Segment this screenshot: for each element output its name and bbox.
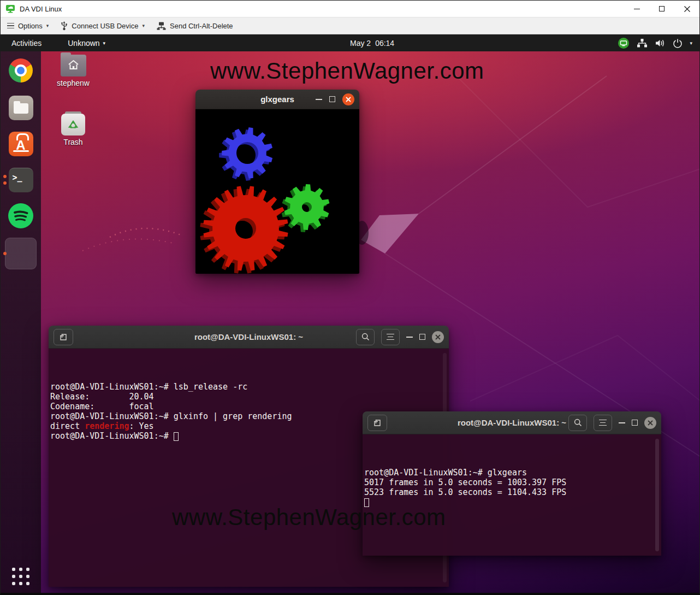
close-icon [648, 420, 653, 426]
dock-item-chrome[interactable] [1, 51, 41, 90]
vdi-toolbar: Options ▾ Connect USB Device ▾ [1, 17, 699, 34]
screen-share-icon[interactable] [618, 37, 630, 49]
maximize-button[interactable] [632, 420, 638, 426]
system-menu-chevron-icon[interactable]: ▾ [690, 40, 692, 46]
new-tab-button[interactable] [54, 329, 73, 345]
watermark-top: www.StephenWagner.com [210, 58, 484, 84]
terminal-window-2: root@DA-VDI-LinuxWS01: ~ [363, 411, 661, 556]
desktop-icon-label: Trash [50, 138, 97, 146]
hamburger-icon [7, 23, 14, 29]
close-button[interactable] [644, 417, 656, 429]
dock: A >_ [1, 51, 41, 593]
red-gear [203, 186, 288, 270]
chevron-down-icon: ▾ [142, 23, 145, 28]
desktop-icon-home[interactable]: stephenw [50, 55, 97, 87]
terminal-line: Codename: focal [50, 402, 441, 411]
recycle-icon [67, 119, 80, 131]
new-tab-button[interactable] [367, 415, 387, 431]
watermark-bottom: www.StephenWagner.com [172, 504, 446, 531]
menu-icon [387, 334, 394, 340]
new-tab-icon [59, 333, 68, 341]
search-icon [574, 419, 582, 427]
close-button[interactable] [674, 1, 699, 17]
maximize-button[interactable] [419, 334, 425, 340]
terminal-icon: >_ [9, 168, 33, 192]
clock-time: 06:14 [375, 39, 394, 48]
glxgears-titlebar[interactable]: glxgears [195, 90, 359, 109]
connect-usb-menu-button[interactable]: Connect USB Device ▾ [61, 21, 145, 31]
usb-icon [61, 21, 68, 31]
close-button[interactable] [432, 331, 444, 343]
ubuntu-software-icon: A [9, 132, 33, 156]
dock-item-spotify[interactable] [1, 198, 41, 234]
chevron-down-icon: ▾ [46, 23, 49, 28]
volume-icon[interactable] [655, 38, 666, 48]
vdi-title: DA VDI Linux [20, 5, 62, 13]
chevron-down-icon: ▾ [103, 40, 106, 46]
show-applications-button[interactable] [12, 568, 29, 585]
activities-button[interactable]: Activities [6, 39, 47, 48]
terminal-line: Release: 20.04 [50, 392, 441, 402]
vdi-app-icon [5, 4, 15, 13]
dock-item-focused-app[interactable] [1, 234, 41, 273]
network-wired-icon[interactable] [637, 38, 648, 48]
maximize-button[interactable] [329, 96, 335, 102]
app-menu-button[interactable]: Unknown ▾ [68, 39, 105, 48]
clock-date: May 2 [350, 39, 371, 48]
home-icon [68, 60, 79, 70]
dock-item-terminal[interactable]: >_ [1, 162, 41, 198]
gnome-topbar: Activities Unknown ▾ May 2 06:14 [1, 34, 699, 51]
files-icon [9, 96, 33, 120]
options-label: Options [18, 22, 43, 30]
app-menu-label: Unknown [68, 39, 99, 48]
terminal-line: 5017 frames in 5.0 seconds = 1003.397 FP… [364, 478, 654, 487]
maximize-button[interactable] [649, 1, 674, 17]
desktop-icon-trash[interactable]: Trash [50, 111, 97, 146]
dock-item-files[interactable] [1, 90, 41, 126]
terminal-cursor [174, 432, 179, 441]
menu-button[interactable] [594, 415, 612, 431]
close-icon [346, 97, 351, 102]
glxgears-window: glxgears [195, 90, 359, 274]
running-indicator-dot [3, 181, 7, 185]
desktop-icon-label: stephenw [50, 79, 97, 87]
menu-icon [599, 420, 607, 426]
terminal-line: root@DA-VDI-LinuxWS01:~# lsb_release -rc [50, 382, 441, 392]
minimize-button[interactable] [316, 99, 322, 100]
desktop: A >_ [1, 51, 699, 593]
vdi-client-window: DA VDI Linux Options ▾ [0, 0, 700, 595]
minimize-button[interactable] [619, 422, 625, 423]
close-button[interactable] [342, 93, 354, 105]
search-button[interactable] [356, 329, 375, 345]
running-indicator-dot [3, 175, 7, 178]
new-tab-icon [373, 419, 382, 427]
spotify-icon [8, 203, 33, 228]
menu-button[interactable] [381, 329, 400, 345]
minimize-button[interactable] [406, 337, 413, 338]
send-ctrl-alt-delete-button[interactable]: Send Ctrl-Alt-Delete [157, 22, 233, 30]
terminal2-titlebar[interactable]: root@DA-VDI-LinuxWS01: ~ [363, 411, 661, 434]
search-icon [361, 333, 370, 341]
options-menu-button[interactable]: Options ▾ [7, 22, 49, 30]
terminal2-body[interactable]: root@DA-VDI-LinuxWS01:~# glxgears5017 fr… [363, 434, 661, 556]
chrome-icon [9, 58, 33, 83]
terminal-line: root@DA-VDI-LinuxWS01:~# glxgears [364, 468, 654, 478]
dock-item-ubuntu-software[interactable]: A [1, 126, 41, 162]
close-icon [435, 334, 441, 340]
scrollbar[interactable] [655, 439, 659, 551]
send-cad-icon [157, 22, 166, 30]
blue-gear [222, 127, 272, 179]
connect-usb-label: Connect USB Device [72, 22, 138, 30]
search-button[interactable] [568, 415, 587, 431]
glxgears-canvas [195, 109, 359, 274]
running-indicator-dot [3, 252, 7, 255]
terminal1-titlebar[interactable]: root@DA-VDI-LinuxWS01: ~ [49, 326, 449, 349]
power-icon[interactable] [673, 38, 683, 48]
send-cad-label: Send Ctrl-Alt-Delete [170, 22, 233, 30]
minimize-button[interactable] [624, 1, 649, 17]
terminal-line: 5523 frames in 5.0 seconds = 1104.433 FP… [364, 487, 654, 497]
close-icon [684, 6, 690, 12]
focused-app-icon [5, 238, 37, 269]
clock[interactable]: May 2 06:14 [350, 34, 394, 51]
vdi-titlebar[interactable]: DA VDI Linux [1, 1, 699, 17]
